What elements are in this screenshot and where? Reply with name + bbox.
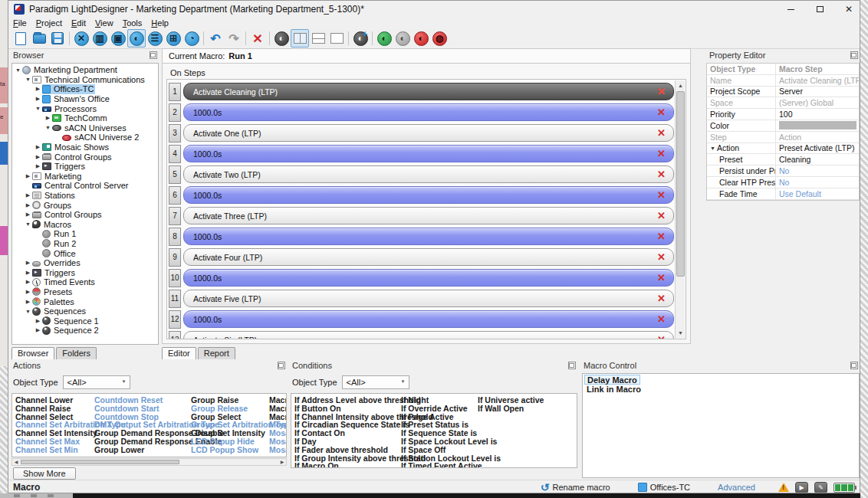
layout-columns-icon[interactable] xyxy=(291,29,309,48)
maximize-button[interactable] xyxy=(814,3,826,15)
action-item[interactable]: Mosaic I xyxy=(269,420,287,428)
menu-file[interactable]: File xyxy=(8,18,31,28)
titlebar[interactable]: Paradigm LightDesigner - Marketing Depar… xyxy=(8,1,860,18)
processors-icon[interactable]: ⊞ xyxy=(164,29,182,48)
step-delete-icon[interactable]: ✕ xyxy=(657,190,666,200)
expand-icon[interactable]: ▶ xyxy=(34,86,42,92)
actions-horizontal-scrollbar[interactable]: ◀ ▶ xyxy=(12,458,287,466)
collapse-icon[interactable]: ▼ xyxy=(14,67,22,73)
action-item[interactable]: Macro C xyxy=(269,404,287,412)
expand-icon[interactable]: ▶ xyxy=(34,163,42,169)
action-item[interactable]: Mosaic S xyxy=(269,445,287,454)
float-panel-icon[interactable] xyxy=(278,362,285,369)
macro-step[interactable]: Activate Cleaning (LTP)✕ xyxy=(183,83,674,100)
macro-step[interactable]: 1000.0s✕ xyxy=(183,310,674,328)
step-number[interactable]: 12 xyxy=(169,310,181,329)
tree-item-sacn-universes[interactable]: ▼sACN Universes xyxy=(12,123,158,133)
expand-icon[interactable]: ▶ xyxy=(24,192,32,198)
step-delete-icon[interactable]: ✕ xyxy=(657,335,666,339)
scrollbar-thumb[interactable] xyxy=(21,460,179,464)
step-delete-icon[interactable]: ✕ xyxy=(657,293,666,303)
step-number[interactable]: 10 xyxy=(169,269,181,287)
tree-item-control-groups[interactable]: ▶Control Groups xyxy=(12,152,158,162)
scroll-up-icon[interactable]: ▲ xyxy=(676,80,686,90)
tree-item-overrides[interactable]: ▶Overrides xyxy=(12,258,158,268)
expand-icon[interactable]: ▶ xyxy=(34,144,42,150)
step-delete-icon[interactable]: ✕ xyxy=(657,169,666,179)
tree-item-presets[interactable]: ▶Presets xyxy=(12,287,158,297)
property-value[interactable]: Macro Step xyxy=(776,64,859,74)
tree-item-marketing-department[interactable]: ▼Marketing Department xyxy=(12,65,158,75)
property-value[interactable]: Action xyxy=(776,132,859,143)
tree-item-central-control-server[interactable]: Central Control Server xyxy=(12,181,158,191)
macro-step[interactable]: Activate Two (LTP)✕ xyxy=(183,165,674,183)
tree-item-mosaic-shows[interactable]: ▶Mosaic Shows xyxy=(12,143,158,152)
step-number[interactable]: 2 xyxy=(169,103,181,122)
step-number[interactable]: 5 xyxy=(169,165,181,184)
tree-item-triggers[interactable]: ▶Triggers xyxy=(12,267,158,277)
steps-vertical-scrollbar[interactable]: ▲ ▼ xyxy=(675,80,685,338)
delete-icon[interactable]: ✕ xyxy=(248,29,267,48)
step-delete-icon[interactable]: ✕ xyxy=(657,314,666,324)
macro-off-icon[interactable]: ◐ xyxy=(393,29,412,48)
macro-step[interactable]: 1000.0s✕ xyxy=(183,145,674,162)
tree-item-stations[interactable]: ▶Stations xyxy=(12,191,158,201)
expand-icon[interactable]: ▶ xyxy=(24,211,32,218)
macro-cancel-icon[interactable]: ◐ xyxy=(412,29,430,48)
macro-control-item-delay-macro[interactable]: Delay Macro xyxy=(584,375,640,385)
tree-item-macros[interactable]: ▼Macros xyxy=(12,220,158,230)
condition-item[interactable]: If Station Lockout Level is xyxy=(401,454,501,462)
redo-icon[interactable]: ↷ xyxy=(225,29,243,48)
tree-item-groups[interactable]: ▶Groups xyxy=(12,200,158,210)
action-item[interactable]: Macro C xyxy=(269,395,287,404)
tree-item-processors[interactable]: ▼Processors xyxy=(12,103,158,113)
scrollbar-thumb[interactable] xyxy=(676,91,685,277)
new-document-icon[interactable] xyxy=(12,29,30,48)
step-number[interactable]: 11 xyxy=(169,290,181,308)
step-number[interactable]: 1 xyxy=(169,83,181,101)
rename-macro-button[interactable]: ↺ Rename macro xyxy=(541,482,610,493)
float-panel-icon[interactable] xyxy=(568,362,576,369)
tree-item-timed-events[interactable]: ▶Timed Events xyxy=(12,277,158,287)
condition-item[interactable]: If Wall Open xyxy=(478,404,544,412)
condition-item[interactable]: If Timed Event Active xyxy=(401,461,501,468)
scroll-left-icon[interactable]: ◀ xyxy=(12,459,20,465)
macro-step[interactable]: 1000.0s✕ xyxy=(183,103,674,121)
new-macro-icon[interactable]: ◐+ xyxy=(351,29,370,48)
macro-state-icon[interactable]: ◐ xyxy=(272,29,291,48)
tree-item-techcomm[interactable]: ▶TechComm xyxy=(12,113,158,123)
menu-edit[interactable]: Edit xyxy=(67,18,90,28)
step-number[interactable]: 9 xyxy=(169,248,181,267)
layout-single-icon[interactable] xyxy=(327,29,346,48)
menu-help[interactable]: Help xyxy=(146,18,173,28)
undo-icon[interactable]: ↶ xyxy=(206,29,225,48)
step-number[interactable]: 3 xyxy=(169,124,181,143)
step-delete-icon[interactable]: ✕ xyxy=(657,273,666,283)
action-item[interactable]: Mosaic S xyxy=(269,437,287,445)
color-swatch[interactable] xyxy=(779,121,856,129)
macro-step[interactable]: Activate Four (LTP)✕ xyxy=(183,248,674,266)
tab-folders[interactable]: Folders xyxy=(56,347,97,359)
scroll-down-icon[interactable]: ▼ xyxy=(676,328,686,338)
advanced-link[interactable]: Advanced xyxy=(718,483,755,492)
stations-icon[interactable]: ▣ xyxy=(109,29,127,48)
macro-step[interactable]: 1000.0s✕ xyxy=(183,186,674,204)
property-value[interactable] xyxy=(776,120,859,131)
macro-step[interactable]: 1000.0s✕ xyxy=(183,269,674,287)
step-number[interactable]: 8 xyxy=(169,228,181,246)
tree-item-marketing[interactable]: ▶Marketing xyxy=(12,172,158,182)
expand-icon[interactable]: ▶ xyxy=(24,279,32,285)
condition-item[interactable]: If Universe active xyxy=(478,395,544,404)
open-project-icon[interactable] xyxy=(30,29,48,48)
macros-icon[interactable]: ◐ xyxy=(127,29,146,48)
condition-item[interactable]: If Sequence State is xyxy=(401,428,501,437)
macro-on-icon[interactable]: ◐ xyxy=(375,29,393,48)
macro-control-item-link-in-macro[interactable]: Link in Macro xyxy=(584,385,643,395)
tab-editor[interactable]: Editor xyxy=(162,347,196,359)
action-item[interactable]: Macro C xyxy=(269,412,287,421)
tab-browser[interactable]: Browser xyxy=(12,347,54,359)
macro-step[interactable]: 1000.0s✕ xyxy=(183,228,674,245)
action-item[interactable]: Mosaic C xyxy=(269,428,287,437)
collapse-icon[interactable]: ▼ xyxy=(44,125,52,130)
show-more-button[interactable]: Show More xyxy=(13,467,76,480)
